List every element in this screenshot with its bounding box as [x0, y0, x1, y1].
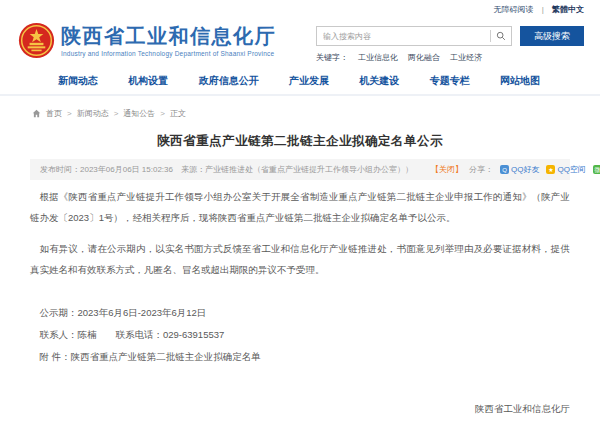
wechat-icon: 微 — [593, 165, 600, 174]
share-wechat[interactable]: 微 微信好友 — [593, 164, 600, 175]
share-qq-label: QQ好友 — [511, 164, 539, 175]
breadcrumb-separator: > — [67, 109, 72, 118]
keyword-link[interactable]: 工业经济 — [450, 52, 482, 63]
site-title: 陕西省工业和信息化厅 — [61, 24, 276, 48]
search-row: 高级搜索 — [316, 26, 584, 46]
national-emblem-logo — [18, 22, 55, 59]
brand-text: 陕西省工业和信息化厅 Industry and Information Tech… — [61, 24, 276, 57]
article-info-block: 公示期：2023年6月6日-2023年6月12日 联系人：陈楠 联系电话：029… — [30, 302, 570, 368]
accessibility-link[interactable]: 无障碍阅读 — [493, 5, 533, 14]
source-value: 产业链推进处（省重点产业链提升工作领导小组办公室）） — [205, 164, 413, 175]
nav-item-organization[interactable]: 机构设置 — [128, 74, 168, 88]
breadcrumb: 首页 > 新闻动态 > 通知公告 > 正文 — [0, 96, 600, 123]
article-title: 陕西省重点产业链第二批链主企业拟确定名单公示 — [0, 133, 600, 150]
search-input[interactable] — [317, 32, 490, 41]
nav-item-sitemap[interactable]: 网站地图 — [500, 74, 540, 88]
breadcrumb-notices[interactable]: 通知公告 — [123, 108, 155, 119]
main-nav: 新闻动态 机构设置 政府信息公开 产业发展 机关建设 专题专栏 网站地图 — [0, 69, 600, 96]
close-button[interactable]: 【关闭】 — [431, 164, 463, 175]
signature-block: 陕西省工业和信息化厅 2023年6月6日 — [30, 398, 570, 427]
share-qq-friends[interactable]: Q QQ好友 — [500, 164, 539, 175]
share-label: 分享： — [469, 164, 493, 175]
share-qzone-label: QQ空间 — [557, 164, 585, 175]
share-qzone[interactable]: ★ QQ空间 — [546, 164, 585, 175]
site-subtitle: Industry and Information Technology Depa… — [61, 50, 276, 57]
attachment-line: 附 件：陕西省重点产业链第二批链主企业拟确定名单 — [30, 346, 570, 368]
breadcrumb-home[interactable]: 首页 — [46, 108, 62, 119]
article-body: 根据《陕西省重点产业链提升工作领导小组办公室关于开展全省制造业重点产业链第二批链… — [30, 186, 570, 427]
breadcrumb-current: 正文 — [170, 108, 186, 119]
traditional-chinese-link[interactable]: 繁體中文 — [552, 5, 584, 14]
header-search-area: 高级搜索 关键字： 工业信息化 两化融合 工业经济 — [316, 18, 584, 63]
search-box — [316, 26, 512, 46]
keyword-link[interactable]: 两化融合 — [408, 52, 440, 63]
publish-time-label: 发布时间： — [40, 164, 80, 175]
nav-item-industry[interactable]: 产业发展 — [289, 74, 329, 88]
publish-time-value: 2023年06月06日 15:02:36 — [80, 164, 173, 175]
article-meta-bar: 发布时间： 2023年06月06日 15:02:36 来源： 产业链推进处（省重… — [30, 159, 570, 180]
advanced-search-button[interactable]: 高级搜索 — [520, 26, 584, 46]
breadcrumb-separator: > — [114, 109, 119, 118]
nav-item-special[interactable]: 专题专栏 — [430, 74, 470, 88]
nav-item-agency[interactable]: 机关建设 — [359, 74, 399, 88]
public-notice-period: 公示期：2023年6月6日-2023年6月12日 — [30, 302, 570, 324]
keywords-label: 关键字： — [316, 52, 348, 63]
home-icon — [32, 109, 41, 118]
breadcrumb-separator: > — [160, 109, 165, 118]
topbar-separator: | — [542, 5, 544, 14]
breadcrumb-news[interactable]: 新闻动态 — [77, 108, 109, 119]
keyword-link[interactable]: 工业信息化 — [358, 52, 398, 63]
site-header: 陕西省工业和信息化厅 Industry and Information Tech… — [0, 16, 600, 69]
article-paragraph: 根据《陕西省重点产业链提升工作领导小组办公室关于开展全省制造业重点产业链第二批链… — [30, 186, 570, 228]
signature-date: 2023年6月6日 — [30, 422, 570, 427]
search-icon[interactable] — [491, 31, 511, 41]
hot-keywords: 关键字： 工业信息化 两化融合 工业经济 — [316, 52, 584, 63]
nav-item-gov-info[interactable]: 政府信息公开 — [199, 74, 259, 88]
qzone-star-icon: ★ — [546, 165, 555, 174]
site-brand[interactable]: 陕西省工业和信息化厅 Industry and Information Tech… — [18, 18, 276, 63]
utility-bar: 无障碍阅读 | 繁體中文 — [0, 0, 600, 16]
nav-item-news[interactable]: 新闻动态 — [58, 74, 98, 88]
source-label: 来源： — [181, 164, 205, 175]
contact-line: 联系人：陈楠 联系电话：029-63915537 — [30, 324, 570, 346]
signature-organization: 陕西省工业和信息化厅 — [30, 398, 570, 420]
qq-icon: Q — [500, 165, 509, 174]
article-paragraph: 如有异议，请在公示期内，以实名书面方式反馈至省工业和信息化厅产业链推进处，书面意… — [30, 238, 570, 280]
